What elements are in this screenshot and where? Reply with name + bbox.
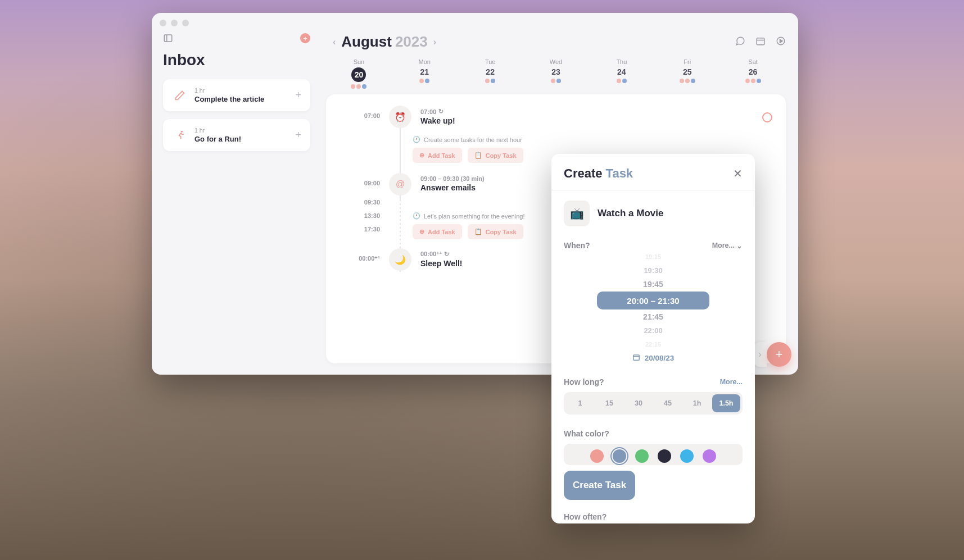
play-icon[interactable]	[776, 36, 786, 48]
week-row: Sun20 Mon21 Tue22 Wed23 Thu24 Fri25 Sat2…	[326, 58, 786, 89]
duration-option[interactable]: 1	[566, 394, 594, 412]
color-swatch[interactable]	[703, 449, 716, 463]
add-task-button[interactable]: +	[295, 129, 301, 141]
inbox-card[interactable]: 1 hr Go for a Run! +	[163, 119, 310, 151]
copy-task-button[interactable]: 📋 Copy Task	[468, 224, 523, 239]
add-task-button[interactable]: ⊕ Add Task	[413, 224, 462, 239]
day-cell[interactable]: Thu24	[589, 58, 654, 89]
time-wheel[interactable]: 19:15 19:30 19:45 20:00 – 21:30 21:45 22…	[564, 250, 743, 351]
day-cell[interactable]: Fri25	[654, 58, 720, 89]
close-icon[interactable]: ✕	[733, 167, 743, 180]
selected-time: 20:00 – 21:30	[597, 292, 709, 310]
fab-add-button[interactable]: +	[767, 342, 791, 367]
color-swatch[interactable]	[590, 449, 604, 463]
fab-hint-arrow: ›	[753, 342, 767, 367]
day-cell[interactable]: Mon21	[392, 58, 458, 89]
duration-label: How long?	[564, 377, 604, 386]
day-cell[interactable]: Tue22	[458, 58, 523, 89]
color-swatch[interactable]	[613, 449, 626, 463]
month-name: August	[341, 33, 392, 51]
date-picker[interactable]: 20/08/23	[564, 353, 743, 363]
chat-icon[interactable]	[735, 36, 745, 48]
moon-icon: 🌙	[389, 248, 411, 271]
time-label: 09:00	[340, 173, 380, 186]
titlebar	[152, 13, 798, 33]
create-task-button[interactable]: Create Task	[564, 471, 635, 500]
event-title: Wake up!	[420, 116, 772, 125]
prev-month-button[interactable]: ‹	[331, 35, 338, 49]
duration-option[interactable]: 30	[624, 394, 653, 412]
month-header: ‹ August 2023 ›	[331, 33, 438, 51]
day-cell[interactable]: Sat26	[720, 58, 786, 89]
inbox-duration: 1 hr	[194, 87, 288, 94]
timeline-event[interactable]: 07:00 ⏰ 07:00 ↻ Wake up!	[340, 106, 772, 128]
modal-title: Create Task	[564, 166, 633, 181]
duration-option[interactable]: 45	[654, 394, 682, 412]
calendar-icon[interactable]	[755, 36, 766, 48]
year: 2023	[395, 33, 428, 51]
calendar-icon	[632, 353, 640, 363]
inbox-task-title: Complete the article	[194, 95, 288, 103]
svg-rect-3	[757, 38, 764, 44]
duration-segments: 1 15 30 45 1h 1.5h	[564, 392, 743, 415]
left-sidebar: + Inbox 1 hr Complete the article + 1 hr	[152, 33, 322, 375]
runner-icon	[172, 128, 188, 143]
duration-option[interactable]: 1.5h	[712, 394, 740, 412]
recur-icon: ↻	[444, 251, 449, 258]
color-swatch[interactable]	[658, 449, 671, 463]
add-task-button[interactable]: +	[295, 89, 301, 101]
when-label: When?	[564, 241, 590, 250]
how-often-label: How often?	[564, 512, 743, 523]
add-task-button[interactable]: ⊕ Add Task	[413, 148, 462, 163]
alarm-icon: ⏰	[389, 106, 411, 128]
time-label: 07:00	[340, 106, 380, 119]
at-icon: @	[389, 173, 411, 195]
inbox-title: Inbox	[163, 51, 310, 69]
inbox-task-title: Go for a Run!	[194, 135, 288, 143]
maximize-window-button[interactable]	[182, 20, 189, 26]
duration-option[interactable]: 1h	[683, 394, 711, 412]
inbox-duration: 1 hr	[194, 127, 288, 134]
minimize-window-button[interactable]	[171, 20, 178, 26]
task-name-input[interactable]: Watch a Movie	[598, 208, 663, 219]
recur-icon: ↻	[438, 108, 443, 115]
create-task-modal: Create Task ✕ 📺 Watch a Movie When? More…	[551, 154, 755, 523]
pencil-icon	[172, 88, 188, 103]
duration-option[interactable]: 15	[595, 394, 623, 412]
time-label: 00:00⁺¹	[340, 248, 380, 262]
color-label: What color?	[564, 429, 743, 438]
color-swatch[interactable]	[635, 449, 649, 463]
day-cell[interactable]: Wed23	[523, 58, 589, 89]
sidebar-toggle-icon[interactable]	[163, 33, 173, 43]
svg-point-2	[181, 130, 183, 132]
task-emoji-picker[interactable]: 📺	[564, 201, 590, 226]
color-swatch[interactable]	[680, 449, 694, 463]
add-inbox-button[interactable]: +	[300, 33, 310, 43]
svg-rect-0	[164, 35, 172, 42]
chevron-down-icon: ⌄	[736, 242, 743, 250]
close-window-button[interactable]	[160, 20, 166, 26]
next-month-button[interactable]: ›	[431, 35, 438, 49]
more-duration-button[interactable]: More...	[720, 378, 743, 386]
inbox-card[interactable]: 1 hr Complete the article +	[163, 79, 310, 111]
hint-text: 🕐 Create some tasks for the next hour	[413, 136, 772, 143]
svg-rect-6	[633, 355, 639, 360]
more-when-button[interactable]: More... ⌄	[712, 242, 743, 250]
day-cell[interactable]: Sun20	[326, 58, 392, 89]
complete-checkbox[interactable]	[762, 112, 772, 122]
copy-task-button[interactable]: 📋 Copy Task	[468, 148, 523, 163]
